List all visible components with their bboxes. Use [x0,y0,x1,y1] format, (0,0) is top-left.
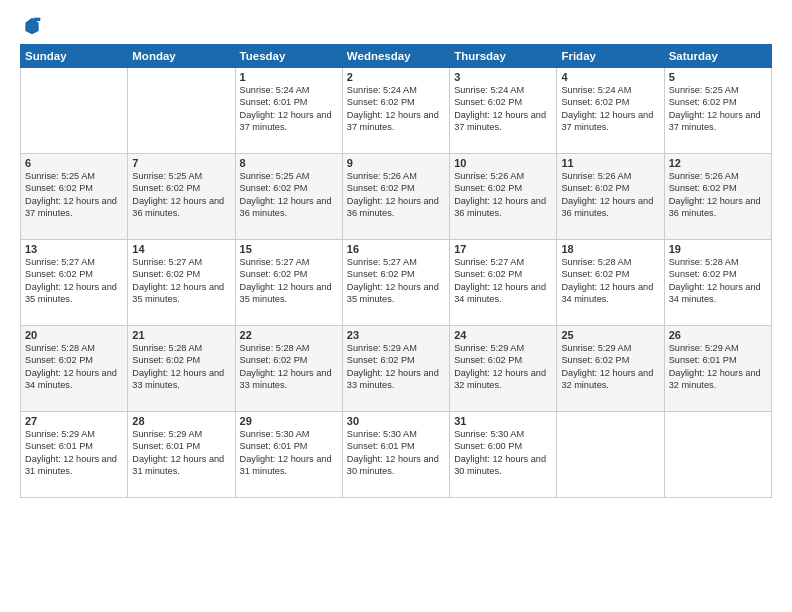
day-info: Sunrise: 5:28 AM Sunset: 6:02 PM Dayligh… [25,342,123,392]
day-number: 3 [454,71,552,83]
calendar-cell: 20Sunrise: 5:28 AM Sunset: 6:02 PM Dayli… [21,326,128,412]
calendar-cell: 30Sunrise: 5:30 AM Sunset: 6:01 PM Dayli… [342,412,449,498]
day-info: Sunrise: 5:28 AM Sunset: 6:02 PM Dayligh… [240,342,338,392]
calendar-week-2: 6Sunrise: 5:25 AM Sunset: 6:02 PM Daylig… [21,154,772,240]
day-number: 22 [240,329,338,341]
day-number: 16 [347,243,445,255]
calendar-cell: 23Sunrise: 5:29 AM Sunset: 6:02 PM Dayli… [342,326,449,412]
day-info: Sunrise: 5:24 AM Sunset: 6:01 PM Dayligh… [240,84,338,134]
day-number: 7 [132,157,230,169]
day-info: Sunrise: 5:29 AM Sunset: 6:01 PM Dayligh… [25,428,123,478]
day-number: 12 [669,157,767,169]
calendar-cell [664,412,771,498]
day-info: Sunrise: 5:28 AM Sunset: 6:02 PM Dayligh… [669,256,767,306]
calendar-cell: 12Sunrise: 5:26 AM Sunset: 6:02 PM Dayli… [664,154,771,240]
calendar-cell [557,412,664,498]
day-info: Sunrise: 5:25 AM Sunset: 6:02 PM Dayligh… [669,84,767,134]
day-info: Sunrise: 5:29 AM Sunset: 6:01 PM Dayligh… [132,428,230,478]
day-info: Sunrise: 5:25 AM Sunset: 6:02 PM Dayligh… [132,170,230,220]
logo [20,16,42,36]
logo-icon [22,16,42,36]
day-number: 13 [25,243,123,255]
calendar-header-wednesday: Wednesday [342,45,449,68]
day-number: 5 [669,71,767,83]
calendar-week-3: 13Sunrise: 5:27 AM Sunset: 6:02 PM Dayli… [21,240,772,326]
day-info: Sunrise: 5:24 AM Sunset: 6:02 PM Dayligh… [454,84,552,134]
day-number: 31 [454,415,552,427]
day-number: 28 [132,415,230,427]
calendar-cell: 25Sunrise: 5:29 AM Sunset: 6:02 PM Dayli… [557,326,664,412]
page: SundayMondayTuesdayWednesdayThursdayFrid… [0,0,792,612]
day-info: Sunrise: 5:29 AM Sunset: 6:02 PM Dayligh… [347,342,445,392]
day-info: Sunrise: 5:27 AM Sunset: 6:02 PM Dayligh… [132,256,230,306]
day-number: 23 [347,329,445,341]
day-info: Sunrise: 5:29 AM Sunset: 6:01 PM Dayligh… [669,342,767,392]
calendar-cell: 3Sunrise: 5:24 AM Sunset: 6:02 PM Daylig… [450,68,557,154]
day-number: 30 [347,415,445,427]
calendar-cell: 18Sunrise: 5:28 AM Sunset: 6:02 PM Dayli… [557,240,664,326]
day-number: 27 [25,415,123,427]
calendar-cell: 15Sunrise: 5:27 AM Sunset: 6:02 PM Dayli… [235,240,342,326]
day-info: Sunrise: 5:24 AM Sunset: 6:02 PM Dayligh… [561,84,659,134]
day-info: Sunrise: 5:24 AM Sunset: 6:02 PM Dayligh… [347,84,445,134]
day-info: Sunrise: 5:28 AM Sunset: 6:02 PM Dayligh… [132,342,230,392]
day-info: Sunrise: 5:26 AM Sunset: 6:02 PM Dayligh… [454,170,552,220]
calendar-cell: 29Sunrise: 5:30 AM Sunset: 6:01 PM Dayli… [235,412,342,498]
calendar-cell [21,68,128,154]
day-info: Sunrise: 5:26 AM Sunset: 6:02 PM Dayligh… [669,170,767,220]
calendar-cell: 31Sunrise: 5:30 AM Sunset: 6:00 PM Dayli… [450,412,557,498]
day-info: Sunrise: 5:27 AM Sunset: 6:02 PM Dayligh… [454,256,552,306]
day-info: Sunrise: 5:29 AM Sunset: 6:02 PM Dayligh… [454,342,552,392]
calendar-header-sunday: Sunday [21,45,128,68]
day-number: 10 [454,157,552,169]
day-number: 15 [240,243,338,255]
calendar-cell: 2Sunrise: 5:24 AM Sunset: 6:02 PM Daylig… [342,68,449,154]
calendar-header-tuesday: Tuesday [235,45,342,68]
day-number: 9 [347,157,445,169]
day-info: Sunrise: 5:28 AM Sunset: 6:02 PM Dayligh… [561,256,659,306]
calendar-cell: 10Sunrise: 5:26 AM Sunset: 6:02 PM Dayli… [450,154,557,240]
calendar-cell: 5Sunrise: 5:25 AM Sunset: 6:02 PM Daylig… [664,68,771,154]
day-number: 1 [240,71,338,83]
day-info: Sunrise: 5:25 AM Sunset: 6:02 PM Dayligh… [25,170,123,220]
calendar-cell: 11Sunrise: 5:26 AM Sunset: 6:02 PM Dayli… [557,154,664,240]
day-info: Sunrise: 5:30 AM Sunset: 6:01 PM Dayligh… [347,428,445,478]
day-info: Sunrise: 5:26 AM Sunset: 6:02 PM Dayligh… [561,170,659,220]
calendar-week-1: 1Sunrise: 5:24 AM Sunset: 6:01 PM Daylig… [21,68,772,154]
day-number: 24 [454,329,552,341]
day-number: 11 [561,157,659,169]
calendar-header-monday: Monday [128,45,235,68]
calendar-cell: 28Sunrise: 5:29 AM Sunset: 6:01 PM Dayli… [128,412,235,498]
calendar-cell: 1Sunrise: 5:24 AM Sunset: 6:01 PM Daylig… [235,68,342,154]
calendar-cell: 21Sunrise: 5:28 AM Sunset: 6:02 PM Dayli… [128,326,235,412]
day-info: Sunrise: 5:27 AM Sunset: 6:02 PM Dayligh… [25,256,123,306]
calendar-cell: 16Sunrise: 5:27 AM Sunset: 6:02 PM Dayli… [342,240,449,326]
calendar-cell: 24Sunrise: 5:29 AM Sunset: 6:02 PM Dayli… [450,326,557,412]
day-number: 14 [132,243,230,255]
calendar-cell: 27Sunrise: 5:29 AM Sunset: 6:01 PM Dayli… [21,412,128,498]
calendar-week-5: 27Sunrise: 5:29 AM Sunset: 6:01 PM Dayli… [21,412,772,498]
calendar-cell [128,68,235,154]
calendar-cell: 13Sunrise: 5:27 AM Sunset: 6:02 PM Dayli… [21,240,128,326]
calendar-header-row: SundayMondayTuesdayWednesdayThursdayFrid… [21,45,772,68]
calendar-table: SundayMondayTuesdayWednesdayThursdayFrid… [20,44,772,498]
day-info: Sunrise: 5:30 AM Sunset: 6:01 PM Dayligh… [240,428,338,478]
calendar-cell: 9Sunrise: 5:26 AM Sunset: 6:02 PM Daylig… [342,154,449,240]
day-number: 25 [561,329,659,341]
header [20,16,772,36]
day-number: 17 [454,243,552,255]
day-number: 4 [561,71,659,83]
day-number: 20 [25,329,123,341]
calendar-header-saturday: Saturday [664,45,771,68]
calendar-cell: 22Sunrise: 5:28 AM Sunset: 6:02 PM Dayli… [235,326,342,412]
day-info: Sunrise: 5:25 AM Sunset: 6:02 PM Dayligh… [240,170,338,220]
day-number: 6 [25,157,123,169]
day-info: Sunrise: 5:27 AM Sunset: 6:02 PM Dayligh… [347,256,445,306]
day-info: Sunrise: 5:27 AM Sunset: 6:02 PM Dayligh… [240,256,338,306]
day-info: Sunrise: 5:29 AM Sunset: 6:02 PM Dayligh… [561,342,659,392]
calendar-cell: 8Sunrise: 5:25 AM Sunset: 6:02 PM Daylig… [235,154,342,240]
calendar-cell: 7Sunrise: 5:25 AM Sunset: 6:02 PM Daylig… [128,154,235,240]
calendar-cell: 17Sunrise: 5:27 AM Sunset: 6:02 PM Dayli… [450,240,557,326]
calendar-header-thursday: Thursday [450,45,557,68]
calendar-cell: 6Sunrise: 5:25 AM Sunset: 6:02 PM Daylig… [21,154,128,240]
